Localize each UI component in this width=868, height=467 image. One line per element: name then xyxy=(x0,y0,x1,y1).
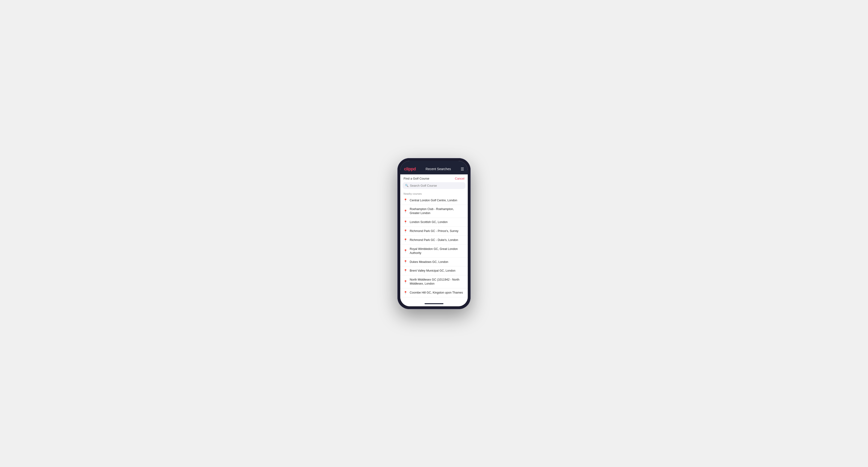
pin-icon: 📍 xyxy=(404,280,407,284)
find-bar: Find a Golf Course Cancel xyxy=(400,175,468,182)
pin-icon: 📍 xyxy=(404,291,407,294)
course-name: Roehampton Club - Roehampton, Greater Lo… xyxy=(410,207,464,215)
pin-icon: 📍 xyxy=(404,198,407,202)
pin-icon: 📍 xyxy=(404,210,407,213)
course-name: Coombe Hill GC, Kingston upon Thames xyxy=(410,291,463,295)
phone-frame: clippd Recent Searches ☰ Find a Golf Cou… xyxy=(397,158,471,309)
app-logo: clippd xyxy=(404,166,416,172)
list-item[interactable]: 📍Central London Golf Centre, London xyxy=(400,196,468,205)
find-label: Find a Golf Course xyxy=(404,177,429,180)
list-item[interactable]: 📍Coombe Hill GC, Kingston upon Thames xyxy=(400,288,468,297)
main-content: Find a Golf Course Cancel 🔍 Nearby cours… xyxy=(400,175,468,301)
list-item[interactable]: 📍North Middlesex GC (1011942 - North Mid… xyxy=(400,275,468,288)
course-name: Dukes Meadows GC, London xyxy=(410,260,448,264)
course-list: 📍Central London Golf Centre, London📍Roeh… xyxy=(400,196,468,297)
course-name: London Scottish GC, London xyxy=(410,220,448,224)
nav-header: clippd Recent Searches ☰ xyxy=(400,164,468,175)
list-item[interactable]: 📍Richmond Park GC - Prince's, Surrey xyxy=(400,227,468,236)
list-item[interactable]: 📍London Scottish GC, London xyxy=(400,218,468,227)
pin-icon: 📍 xyxy=(404,220,407,224)
home-bar xyxy=(425,303,443,304)
list-item[interactable]: 📍Richmond Park GC - Duke's, London xyxy=(400,236,468,245)
course-name: Richmond Park GC - Prince's, Surrey xyxy=(410,229,459,233)
list-item[interactable]: 📍Brent Valley Municipal GC, London xyxy=(400,267,468,275)
list-item[interactable]: 📍Dukes Meadows GC, London xyxy=(400,258,468,267)
course-name: Brent Valley Municipal GC, London xyxy=(410,269,456,273)
search-icon: 🔍 xyxy=(405,184,408,187)
status-bar xyxy=(400,161,468,164)
nav-title: Recent Searches xyxy=(426,167,451,171)
nearby-section-label: Nearby courses xyxy=(400,191,468,196)
menu-icon[interactable]: ☰ xyxy=(461,167,464,171)
list-item[interactable]: 📍Royal Wimbledon GC, Great London Author… xyxy=(400,245,468,258)
list-item[interactable]: 📍Roehampton Club - Roehampton, Greater L… xyxy=(400,205,468,218)
search-input[interactable] xyxy=(410,184,463,187)
course-name: Richmond Park GC - Duke's, London xyxy=(410,238,458,242)
phone-screen: clippd Recent Searches ☰ Find a Golf Cou… xyxy=(400,161,468,306)
pin-icon: 📍 xyxy=(404,229,407,233)
course-name: Royal Wimbledon GC, Great London Authori… xyxy=(410,247,464,255)
pin-icon: 📍 xyxy=(404,260,407,263)
course-name: North Middlesex GC (1011942 - North Midd… xyxy=(410,278,464,286)
cancel-button[interactable]: Cancel xyxy=(455,177,464,180)
notch xyxy=(425,161,443,164)
pin-icon: 📍 xyxy=(404,269,407,273)
home-indicator xyxy=(400,301,468,306)
search-box[interactable]: 🔍 xyxy=(403,182,465,189)
pin-icon: 📍 xyxy=(404,238,407,242)
course-name: Central London Golf Centre, London xyxy=(410,198,457,203)
pin-icon: 📍 xyxy=(404,249,407,253)
